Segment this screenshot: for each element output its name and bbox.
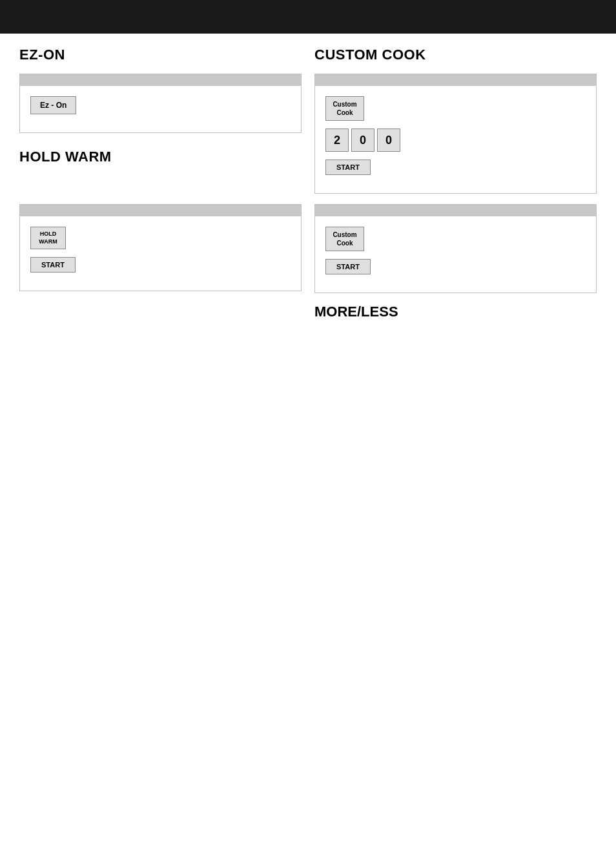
- hold-warm-start-button[interactable]: START: [30, 257, 76, 273]
- custom-cook-start-1-button[interactable]: START: [325, 160, 371, 175]
- custom-cook-button-1-row: CustomCook: [325, 96, 586, 121]
- custom-cook-panel-1-header: [315, 74, 596, 86]
- custom-cook-start-1-row: START: [325, 160, 586, 175]
- hold-warm-start-row: START: [30, 257, 291, 273]
- custom-cook-panel-1: CustomCook 2 0 0 START: [314, 74, 597, 194]
- custom-cook-button-1[interactable]: CustomCook: [325, 96, 364, 121]
- hold-warm-button[interactable]: HOLDWARM: [30, 227, 66, 249]
- hold-warm-panel-header: [20, 205, 301, 216]
- hold-warm-section: HOLD WARM HOLDWARM START: [19, 149, 302, 291]
- custom-cook-title: CUSTOM COOK: [314, 46, 597, 63]
- digit-0b-button[interactable]: 0: [377, 129, 400, 152]
- ez-on-button[interactable]: Ez - On: [30, 96, 76, 114]
- custom-cook-panel-2-header: [315, 205, 596, 216]
- custom-cook-button-2-row: CustomCook: [325, 227, 586, 251]
- ez-on-title: EZ-ON: [19, 46, 302, 63]
- custom-cook-button-2[interactable]: CustomCook: [325, 227, 364, 251]
- digits-row: 2 0 0: [325, 129, 586, 152]
- header-bar: [0, 0, 616, 34]
- ez-on-panel: Ez - On: [19, 74, 302, 133]
- more-less-title: MORE/LESS: [314, 304, 597, 320]
- hold-warm-button-row: HOLDWARM: [30, 227, 291, 249]
- digit-0a-button[interactable]: 0: [351, 129, 375, 152]
- custom-cook-start-2-row: START: [325, 259, 586, 274]
- ez-on-panel-header: [20, 74, 301, 86]
- hold-warm-title: HOLD WARM: [19, 149, 302, 165]
- hold-warm-panel: HOLDWARM START: [19, 204, 302, 291]
- custom-cook-start-2-button[interactable]: START: [325, 259, 371, 274]
- digit-2-button[interactable]: 2: [325, 129, 349, 152]
- right-column: CUSTOM COOK CustomCook 2 0 0 START: [314, 46, 597, 320]
- ez-on-button-row: Ez - On: [30, 96, 291, 114]
- custom-cook-panel-2: CustomCook START: [314, 204, 597, 293]
- left-column: EZ-ON Ez - On HOLD WARM HOLDWARM: [19, 46, 302, 320]
